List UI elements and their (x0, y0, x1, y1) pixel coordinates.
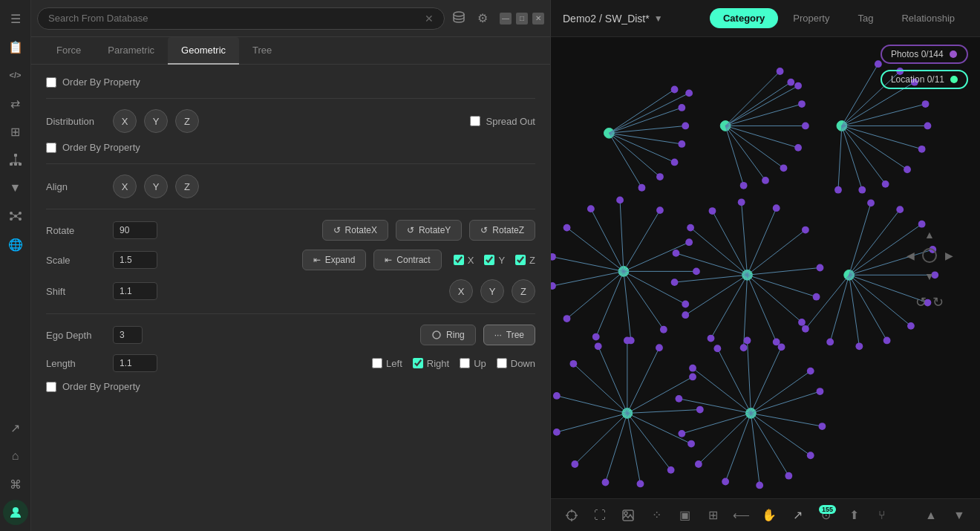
scale-input[interactable] (113, 251, 157, 269)
search-input[interactable] (48, 13, 419, 24)
right-checkbox[interactable] (413, 358, 423, 368)
collapse-up-btn[interactable]: ▲ (919, 504, 943, 527)
scale-z-checkbox-label[interactable]: Z (515, 255, 535, 266)
down-checkbox[interactable] (497, 358, 507, 368)
minimize-btn[interactable]: — (500, 13, 512, 25)
hierarchy-icon[interactable] (3, 147, 28, 172)
shift-x-btn[interactable]: X (449, 279, 473, 303)
expand-screen-btn[interactable]: ⛶ (588, 504, 612, 527)
close-btn[interactable]: ✕ (532, 13, 544, 25)
scale-y-checkbox[interactable] (484, 255, 494, 265)
photos-badge[interactable]: Photos 0/144 (881, 45, 968, 64)
nav-left-btn[interactable]: ◀ (901, 247, 919, 264)
order-by-property-checkbox-3[interactable] (46, 382, 56, 392)
rotate-x-btn[interactable]: ↺ RotateX (322, 220, 388, 241)
order-by-property-label-3[interactable]: Order By Property (46, 381, 140, 392)
rotate-ccw-btn[interactable]: ↺ (915, 294, 927, 310)
distribution-z-btn[interactable]: Z (175, 109, 199, 133)
distribution-x-btn[interactable]: X (113, 109, 137, 133)
rotate-btns: ↺ ↻ (915, 294, 944, 310)
fork-btn[interactable]: ⑂ (870, 504, 894, 527)
select-frame-btn[interactable]: ▣ (673, 504, 696, 527)
tab-tree[interactable]: Tree (239, 37, 285, 65)
home-icon[interactable]: ⌂ (3, 443, 28, 469)
left-checkbox-label[interactable]: Left (372, 358, 402, 369)
rotate-y-btn[interactable]: ↺ RotateY (396, 220, 462, 241)
down-checkbox-label[interactable]: Down (497, 358, 535, 369)
image-select-btn[interactable] (616, 504, 640, 527)
shift-input[interactable] (113, 282, 157, 300)
order-by-property-label-2[interactable]: Order By Property (46, 142, 140, 153)
shortcut-icon[interactable]: ⌘ (3, 472, 28, 497)
link-btn[interactable]: ⟵ (729, 504, 753, 527)
scale-x-checkbox-label[interactable]: X (454, 255, 474, 266)
document-icon[interactable]: 📋 (3, 34, 28, 59)
svg-point-122 (687, 224, 694, 232)
scale-z-checkbox[interactable] (515, 255, 526, 265)
scale-y-checkbox-label[interactable]: Y (484, 255, 505, 266)
upload-btn[interactable]: ⬆ (842, 504, 866, 527)
viz-tab-category[interactable]: Category (710, 8, 778, 28)
tab-geometric[interactable]: Geometric (168, 37, 239, 65)
left-checkbox[interactable] (372, 358, 382, 368)
collapse-down-btn[interactable]: ▼ (947, 504, 971, 527)
badge-btn[interactable]: ⊙ 155 (814, 504, 837, 527)
rotate-cw-btn[interactable]: ↻ (932, 294, 944, 310)
nav-up-btn[interactable]: ▲ (921, 226, 938, 244)
tree-btn[interactable]: ··· Tree (483, 325, 535, 345)
viz-tab-tag[interactable]: Tag (844, 8, 886, 28)
location-badge[interactable]: Location 0/11 (881, 70, 968, 89)
order-by-property-checkbox-2[interactable] (46, 143, 56, 153)
ring-btn[interactable]: Ring (420, 325, 476, 345)
code-icon[interactable]: </> (3, 62, 28, 88)
database-icon[interactable] (449, 7, 468, 30)
config-panel: ✕ ⚙ — □ ✕ Force (31, 0, 551, 531)
nav-right-btn[interactable]: ▶ (940, 247, 958, 264)
contract-btn[interactable]: ⇤ Contract (373, 250, 441, 270)
ego-depth-input[interactable] (113, 326, 143, 344)
settings-icon[interactable]: ⚙ (474, 8, 491, 28)
viz-tab-relationship[interactable]: Relationship (888, 8, 968, 28)
tab-force[interactable]: Force (43, 37, 94, 65)
copy-btn[interactable]: ⊞ (701, 504, 725, 527)
shift-y-btn[interactable]: Y (480, 279, 504, 303)
filter-icon[interactable]: ▼ (3, 175, 28, 201)
svg-line-123 (712, 211, 747, 275)
clear-search-icon[interactable]: ✕ (425, 13, 434, 25)
title-dropdown-icon[interactable]: ▼ (654, 13, 663, 24)
user-icon[interactable] (3, 500, 28, 525)
maximize-btn[interactable]: □ (516, 13, 528, 25)
up-checkbox-label[interactable]: Up (460, 358, 486, 369)
rotate-z-btn[interactable]: ↺ RotateZ (469, 220, 535, 241)
network-icon[interactable] (3, 203, 28, 229)
viz-tab-property[interactable]: Property (780, 8, 843, 28)
grid-icon[interactable]: ⊞ (3, 119, 28, 144)
order-by-property-checkbox-1[interactable] (46, 77, 56, 88)
distribution-y-btn[interactable]: Y (144, 109, 168, 133)
globe-icon[interactable]: 🌐 (3, 232, 28, 257)
shift-z-btn[interactable]: Z (512, 279, 535, 303)
search-box[interactable]: ✕ (37, 7, 445, 30)
crosshair-btn[interactable] (560, 504, 584, 527)
arrow-icon[interactable]: ⇄ (3, 91, 28, 116)
tab-parametric[interactable]: Parametric (94, 37, 168, 65)
hand-btn[interactable]: ✋ (757, 504, 781, 527)
align-z-btn[interactable]: Z (175, 175, 199, 198)
spread-out-checkbox[interactable] (470, 116, 480, 126)
align-y-btn[interactable]: Y (144, 175, 168, 198)
rotate-input[interactable] (113, 221, 157, 239)
nodes-btn[interactable]: ⁘ (644, 504, 668, 527)
expand-btn[interactable]: ⇤ Expand (302, 250, 367, 270)
order-by-property-label-1[interactable]: Order By Property (46, 76, 140, 88)
svg-line-67 (842, 126, 862, 189)
scale-x-checkbox[interactable] (454, 255, 464, 265)
up-checkbox[interactable] (460, 358, 470, 368)
align-x-btn[interactable]: X (113, 175, 137, 198)
length-input[interactable] (113, 354, 157, 372)
menu-icon[interactable]: ☰ (3, 6, 28, 31)
spread-out-label[interactable]: Spread Out (470, 116, 536, 127)
pointer-btn[interactable]: ↗ (785, 504, 809, 527)
export-icon[interactable]: ↗ (3, 415, 28, 440)
right-checkbox-label[interactable]: Right (413, 358, 449, 369)
nav-down-btn[interactable]: ▼ (921, 267, 938, 285)
